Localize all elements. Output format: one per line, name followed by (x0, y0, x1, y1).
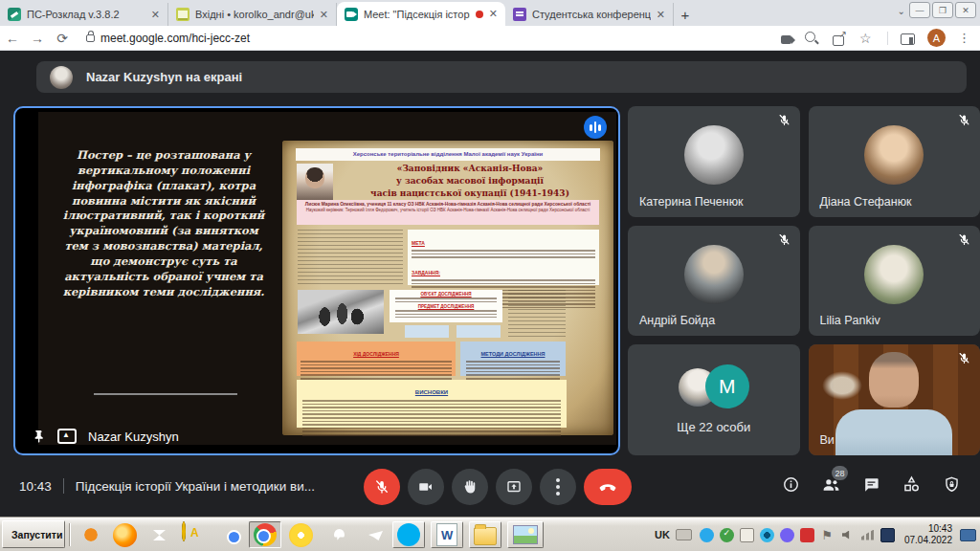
start-label: Запустити (11, 529, 62, 540)
tab-meet-active[interactable]: Meet: "Підсекція історії Укр ✕ (337, 2, 505, 26)
mail-icon (176, 8, 189, 21)
participant-tile[interactable]: Катерина Печенюк (628, 106, 800, 217)
tray-clipboard-icon[interactable] (740, 528, 754, 542)
bookmark-star-icon[interactable]: ☆ (859, 31, 875, 46)
tray-displays-icon[interactable] (880, 528, 895, 542)
divider (63, 478, 64, 494)
keyboard-icon[interactable] (676, 529, 692, 540)
self-view-tile[interactable]: Ви (809, 344, 980, 455)
tab-forms[interactable]: Студентська конференція - під ✕ (505, 3, 674, 26)
presenter-name: Nazar Kuzyshyn (88, 430, 179, 444)
host-controls-button[interactable] (943, 475, 961, 494)
tab-title: Вхідні • korolko_andr@ukr.net (195, 9, 314, 20)
leave-call-button[interactable] (584, 469, 632, 505)
window-controls: — ❐ ✕ (909, 2, 976, 18)
poster-document-scan (508, 290, 566, 338)
zoom-page-icon[interactable] (804, 31, 819, 46)
chrome-active-window-button[interactable] (249, 521, 281, 548)
shared-screen-tile[interactable]: Постер – це розташована у вертикальному … (13, 106, 620, 455)
participant-count-badge: 28 (832, 466, 848, 480)
start-button[interactable]: Запустити (2, 520, 65, 548)
presenting-indicator-icon (57, 429, 77, 444)
chat-panel-button[interactable] (862, 475, 880, 494)
poster-conclusions-heading: ВИСНОВКИ (415, 389, 448, 395)
chrome-canary-icon[interactable] (289, 523, 313, 547)
participant-tile[interactable]: Андрій Бойда (628, 226, 800, 337)
meeting-details-button[interactable] (782, 475, 800, 494)
participant-tile[interactable]: Lilia Pankiv (809, 226, 980, 337)
close-window-button[interactable]: ✕ (955, 2, 976, 18)
tab-title: Студентська конференція - під (532, 9, 651, 20)
tray-clock[interactable]: 10:43 07.04.2022 (904, 523, 952, 547)
close-tab-icon[interactable]: ✕ (489, 8, 498, 20)
presenting-banner: Nazar Kuzyshyn на екрані (36, 61, 967, 93)
presentation-slide: Постер – це розташована у вертикальному … (38, 112, 616, 445)
ps-rozklad-icon (8, 8, 21, 21)
research-poster: Херсонське територіальне відділення Мало… (282, 141, 613, 435)
tray-nod32-icon[interactable] (800, 528, 814, 542)
meeting-title: Підсекція історії України і методики ви.… (76, 479, 315, 494)
avatar (864, 245, 924, 304)
image-viewer-window-button[interactable] (507, 521, 544, 548)
overflow-avatars: M (679, 364, 749, 408)
windows-logo-icon (7, 528, 8, 540)
tab-search-chevron-icon[interactable]: ⌄ (898, 6, 905, 16)
raise-hand-button[interactable] (452, 469, 488, 505)
browser-menu-icon[interactable]: ⋮ (958, 31, 970, 45)
tray-flag-icon[interactable]: ⚑ (820, 528, 835, 542)
word-window-button[interactable] (431, 521, 463, 548)
tab-mail[interactable]: Вхідні • korolko_andr@ukr.net ✕ (168, 3, 337, 26)
browser-profile-avatar[interactable]: A (927, 29, 946, 47)
poster-organization: Херсонське територіальне відділення Мало… (296, 148, 600, 161)
url-text[interactable]: meet.google.com/hci-jecc-zet (100, 32, 250, 45)
presenting-banner-text: Nazar Kuzyshyn на екрані (86, 70, 242, 84)
forward-button[interactable]: → (25, 31, 50, 46)
tab-ps-rozklad[interactable]: ПС-Розклад v.3.8.2 ✕ (0, 3, 168, 26)
back-button[interactable]: ← (0, 31, 25, 46)
slide-divider-line (94, 393, 237, 395)
mic-muted-icon (777, 113, 791, 127)
minimize-button[interactable]: — (909, 2, 930, 18)
aimp-icon[interactable] (182, 521, 186, 541)
participant-name: Катерина Печенюк (639, 195, 744, 209)
tray-viber-icon[interactable] (780, 528, 794, 542)
media-recording-dot (476, 11, 483, 18)
mic-toggle-button[interactable] (364, 469, 400, 505)
windows-taskbar: Запустити UK ⚑ 10:43 (0, 517, 980, 551)
participants-panel-button[interactable]: 28 (821, 474, 841, 495)
avatar (864, 125, 924, 185)
browser-tab-bar: ПС-Розклад v.3.8.2 ✕ Вхідні • korolko_an… (0, 0, 980, 26)
explorer-window-button[interactable] (469, 521, 501, 548)
tray-telegram-icon[interactable] (700, 528, 714, 542)
close-tab-icon[interactable]: ✕ (657, 9, 665, 21)
camera-in-use-icon[interactable] (781, 35, 791, 44)
tray-network-icon[interactable] (860, 528, 875, 542)
tray-eye-icon[interactable] (760, 528, 774, 542)
new-tab-button[interactable]: + (674, 3, 697, 26)
close-tab-icon[interactable]: ✕ (151, 9, 160, 21)
more-options-button[interactable] (540, 469, 576, 505)
tab-title: Meet: "Підсекція історії Укр (364, 9, 470, 20)
tray-date: 07.04.2022 (904, 535, 952, 545)
present-screen-button[interactable] (496, 469, 532, 505)
activities-button[interactable] (902, 474, 922, 495)
language-indicator[interactable]: UK (649, 529, 676, 540)
pin-icon[interactable] (31, 429, 46, 444)
skype-window-button[interactable] (392, 521, 425, 548)
tray-antivirus-icon[interactable] (720, 528, 734, 542)
overflow-participants-tile[interactable]: M Ще 22 особи (628, 344, 800, 455)
restore-button[interactable]: ❐ (932, 2, 953, 18)
firefox-icon[interactable] (113, 523, 137, 547)
tab-title: ПС-Розклад v.3.8.2 (27, 9, 145, 20)
browser-toolbar: ← → ⟳ meet.google.com/hci-jecc-zet ☆ A ⋮ (0, 26, 980, 51)
tray-time: 10:43 (928, 523, 952, 534)
mic-muted-icon (957, 351, 971, 365)
reload-button[interactable]: ⟳ (50, 31, 75, 46)
tray-volume-icon[interactable] (840, 528, 855, 542)
close-tab-icon[interactable]: ✕ (320, 9, 328, 21)
share-icon[interactable] (832, 31, 847, 46)
camera-toggle-button[interactable] (408, 469, 444, 505)
participant-tile[interactable]: Діана Стефанюк (809, 106, 980, 217)
show-desktop-button[interactable] (960, 529, 976, 541)
side-panel-icon[interactable] (901, 33, 915, 45)
